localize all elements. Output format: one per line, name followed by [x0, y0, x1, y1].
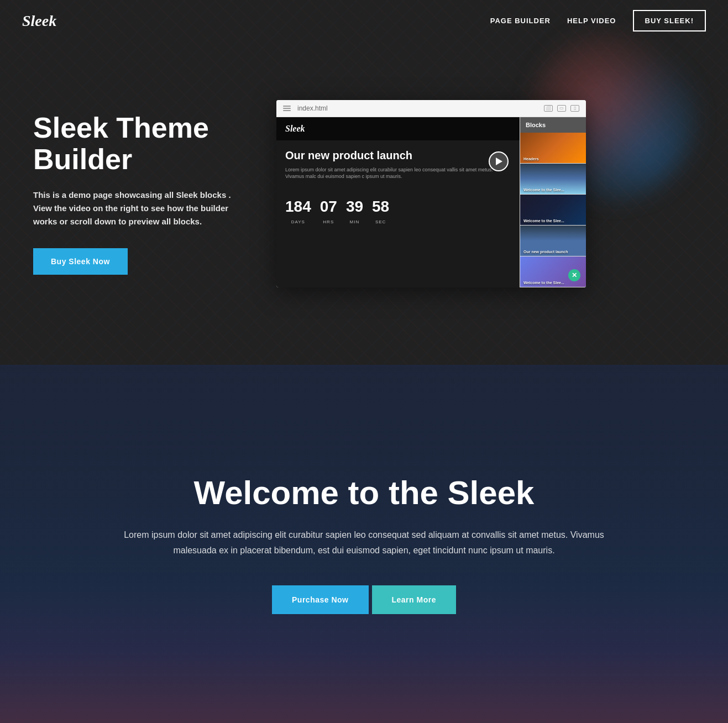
- block-preview-launch: Our new product launch: [520, 226, 586, 256]
- hero-cta-button[interactable]: Buy Sleek Now: [33, 248, 128, 275]
- countdown-hrs: 07 HRS: [320, 198, 337, 226]
- countdown-min-num: 39: [346, 198, 363, 216]
- welcome-description: Lorem ipsum dolor sit amet adipiscing el…: [121, 527, 607, 557]
- block-item-5[interactable]: Welcome to the Slee... ✕: [520, 256, 586, 287]
- mockup-blocks-sidebar: Blocks Headers Welcome to the Slee...: [520, 117, 586, 287]
- learn-more-button[interactable]: Learn More: [372, 585, 456, 614]
- block-label-1: Headers: [523, 157, 539, 161]
- nav-help-video[interactable]: HELP VIDEO: [567, 17, 616, 25]
- block-label-3: Welcome to the Slee...: [523, 219, 564, 223]
- mockup-logo: Sleek: [276, 117, 520, 140]
- countdown-min: 39 MIN: [346, 198, 363, 226]
- mockup-body: Sleek Our new product launch Lorem ipsum…: [276, 117, 586, 287]
- welcome-buttons: Purchase Now Learn More: [272, 585, 456, 614]
- titlebar-controls: ⬜ ▭ ▯: [544, 105, 579, 112]
- site-logo[interactable]: Sleek: [22, 12, 56, 30]
- mockup-hero-text: Lorem ipsum dolor sit amet adipiscing el…: [285, 166, 511, 180]
- hero-title: Sleek Theme Builder: [33, 112, 243, 175]
- desktop-icon[interactable]: ⬜: [544, 105, 553, 112]
- mockup-titlebar: index.html ⬜ ▭ ▯: [276, 100, 586, 117]
- hero-section: Sleek Theme Builder This is a demo page …: [0, 0, 728, 365]
- block-label-4: Our new product launch: [523, 250, 568, 254]
- mockup-window: index.html ⬜ ▭ ▯ Sleek Our: [276, 100, 586, 287]
- countdown-days: 184 DAYS: [285, 198, 311, 226]
- blocks-sidebar-header: Blocks: [520, 117, 586, 133]
- nav-buy-button[interactable]: BUY SLEEK!: [633, 10, 706, 32]
- builder-mockup: index.html ⬜ ▭ ▯ Sleek Our: [276, 100, 586, 287]
- hero-description: This is a demo page showcasing all Sleek…: [33, 188, 243, 228]
- hamburger-icon: [283, 106, 291, 111]
- mockup-main-area: Sleek Our new product launch Lorem ipsum…: [276, 117, 520, 287]
- purchase-now-button[interactable]: Purchase Now: [272, 585, 368, 614]
- countdown-sec: 58 SEC: [372, 198, 389, 226]
- nav-links: PAGE BUILDER HELP VIDEO BUY SLEEK!: [490, 10, 706, 32]
- welcome-title: Welcome to the Sleek: [194, 474, 535, 512]
- hero-text-block: Sleek Theme Builder This is a demo page …: [33, 112, 243, 275]
- countdown-sec-label: SEC: [375, 219, 386, 224]
- block-item-4[interactable]: Our new product launch: [520, 226, 586, 256]
- block-item-1[interactable]: Headers: [520, 133, 586, 164]
- tablet-icon[interactable]: ▭: [557, 105, 566, 112]
- welcome-section: Welcome to the Sleek Lorem ipsum dolor s…: [0, 365, 728, 723]
- mockup-hero-title: Our new product launch: [285, 149, 511, 162]
- countdown-min-label: MIN: [350, 219, 360, 224]
- countdown: 184 DAYS 07 HRS 39 MIN: [276, 193, 520, 230]
- close-panel-button[interactable]: ✕: [568, 269, 580, 281]
- countdown-days-num: 184: [285, 198, 311, 216]
- hero-content: Sleek Theme Builder This is a demo page …: [0, 45, 728, 321]
- mobile-icon[interactable]: ▯: [570, 105, 579, 112]
- block-item-3[interactable]: Welcome to the Slee...: [520, 195, 586, 226]
- countdown-days-label: DAYS: [291, 219, 305, 224]
- navbar: Sleek PAGE BUILDER HELP VIDEO BUY SLEEK!: [0, 0, 728, 41]
- countdown-hrs-label: HRS: [323, 219, 334, 224]
- mockup-url: index.html: [297, 104, 537, 112]
- countdown-sec-num: 58: [372, 198, 389, 216]
- block-preview-headers: Headers: [520, 133, 586, 163]
- block-item-2[interactable]: Welcome to the Slee...: [520, 164, 586, 195]
- block-label-5: Welcome to the Slee...: [523, 281, 564, 285]
- block-preview-welcome-2: Welcome to the Slee...: [520, 195, 586, 225]
- countdown-hrs-num: 07: [320, 198, 337, 216]
- nav-page-builder[interactable]: PAGE BUILDER: [490, 17, 551, 25]
- play-button[interactable]: [489, 151, 509, 171]
- block-label-2: Welcome to the Slee...: [523, 188, 564, 192]
- block-preview-welcome-1: Welcome to the Slee...: [520, 164, 586, 194]
